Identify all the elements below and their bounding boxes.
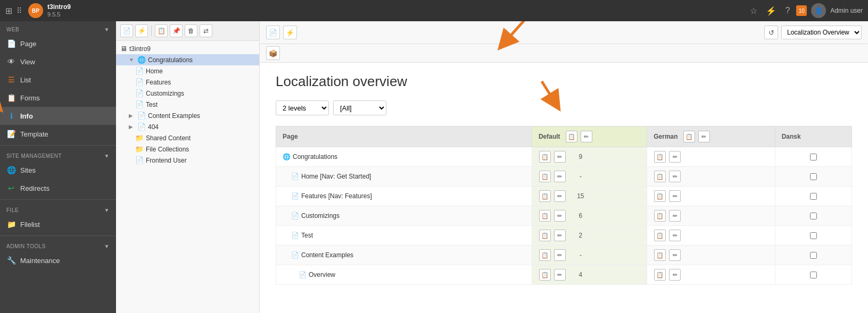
- copy-btn-1[interactable]: 📋: [539, 171, 551, 182]
- dansk-checkbox-6[interactable]: [810, 272, 817, 278]
- 404-expand[interactable]: ▶: [129, 124, 135, 130]
- german-edit-btn-6[interactable]: ✏: [669, 269, 681, 281]
- paste-btn[interactable]: 📌: [170, 24, 183, 37]
- sidebar-item-sites[interactable]: 🌐 Sites: [0, 161, 116, 179]
- tree-node-customizings[interactable]: 📄 Customizings: [116, 88, 259, 99]
- tree-node-congratulations[interactable]: ▼ 🌐 Congratulations: [116, 54, 259, 65]
- edit-btn-1[interactable]: ✏: [554, 171, 566, 182]
- tree-node-home[interactable]: 📄 Home: [116, 65, 259, 77]
- german-edit-all-btn[interactable]: ✏: [698, 131, 710, 142]
- tree-node-content-examples[interactable]: ▶ 📄 Content Examples: [116, 110, 259, 121]
- default-count-4: 2: [573, 232, 589, 239]
- german-edit-btn-0[interactable]: ✏: [669, 151, 681, 163]
- german-copy-btn-2[interactable]: 📋: [654, 190, 666, 202]
- tree-node-features[interactable]: 📄 Features: [116, 77, 259, 88]
- tree-node-test[interactable]: 📄 Test: [116, 99, 259, 110]
- edit-btn-2[interactable]: ✏: [554, 190, 566, 202]
- sidebar-item-page[interactable]: 📄 Page: [0, 35, 116, 53]
- german-edit-btn-4[interactable]: ✏: [669, 230, 681, 241]
- page-title: Localization overview: [276, 73, 852, 90]
- copy-btn-2[interactable]: 📋: [539, 190, 551, 202]
- filter-btn[interactable]: ⚡: [135, 24, 148, 37]
- copy-btn-4[interactable]: 📋: [539, 230, 551, 241]
- german-copy-btn-4[interactable]: 📋: [654, 230, 666, 241]
- flash-icon[interactable]: ⚡: [766, 6, 776, 16]
- notifications-badge[interactable]: 10: [796, 5, 807, 16]
- table-cell-default: 📋 ✏ 2: [532, 226, 647, 246]
- site-logo: BP: [28, 3, 43, 18]
- filter-main-btn[interactable]: ⚡: [283, 26, 297, 39]
- sidebar-item-filelist[interactable]: 📁 Filelist: [0, 215, 116, 233]
- copy-btn-5[interactable]: 📋: [539, 249, 551, 261]
- refresh-btn[interactable]: ↺: [764, 26, 778, 39]
- copy-btn-3[interactable]: 📋: [539, 210, 551, 222]
- german-copy-all-btn[interactable]: 📋: [683, 131, 695, 142]
- tree-node-features-label: Features: [146, 79, 171, 86]
- edit-btn-4[interactable]: ✏: [554, 230, 566, 241]
- tree-node-root[interactable]: 🖥 t3intro9: [116, 43, 259, 54]
- export-btn[interactable]: 📦: [266, 46, 280, 60]
- german-copy-btn-5[interactable]: 📋: [654, 249, 666, 261]
- sidebar-item-view[interactable]: 👁 View: [0, 53, 116, 71]
- move-btn[interactable]: ⇄: [200, 24, 212, 37]
- sidebar-item-info[interactable]: ℹ Info: [0, 107, 116, 125]
- dansk-checkbox-3[interactable]: [810, 213, 817, 219]
- copy-btn[interactable]: 📋: [155, 24, 168, 37]
- german-edit-btn-2[interactable]: ✏: [669, 190, 681, 202]
- tree-node-404[interactable]: ▶ 📄 404: [116, 121, 259, 132]
- tree-node-test-label: Test: [146, 101, 158, 108]
- dansk-checkbox-5[interactable]: [810, 252, 817, 259]
- sidebar-item-list-label: List: [20, 76, 31, 84]
- help-icon[interactable]: ?: [785, 6, 790, 15]
- sidebar-item-list[interactable]: ☰ List: [0, 71, 116, 89]
- dansk-checkbox-4[interactable]: [810, 232, 817, 239]
- german-copy-btn-0[interactable]: 📋: [654, 151, 666, 163]
- edit-btn-5[interactable]: ✏: [554, 249, 566, 261]
- list-icon: ☰: [6, 75, 16, 84]
- admin-user-label[interactable]: Admin user: [830, 7, 863, 14]
- default-copy-all-btn[interactable]: 📋: [566, 131, 577, 142]
- apps-icon[interactable]: ⠿: [16, 6, 22, 15]
- delete-btn[interactable]: 🗑: [185, 24, 197, 37]
- default-edit-all-btn[interactable]: ✏: [581, 131, 592, 142]
- tree-node-file-collections[interactable]: 📁 File Collections: [116, 143, 259, 155]
- copy-btn-0[interactable]: 📋: [539, 151, 551, 163]
- sidebar-item-forms[interactable]: 📋 Forms: [0, 89, 116, 107]
- german-copy-btn-6[interactable]: 📋: [654, 269, 666, 281]
- dansk-checkbox-1[interactable]: [810, 173, 817, 180]
- tree-node-404-label: 404: [148, 123, 159, 131]
- edit-btn-0[interactable]: ✏: [554, 151, 566, 163]
- german-edit-btn-5[interactable]: ✏: [669, 249, 681, 261]
- table-row: 📄Overview 📋 ✏ 4 📋 ✏: [276, 265, 852, 285]
- content-examples-expand[interactable]: ▶: [129, 113, 135, 119]
- new-doc-btn[interactable]: 📄: [266, 26, 280, 39]
- edit-btn-6[interactable]: ✏: [554, 269, 566, 281]
- dansk-checkbox-0[interactable]: [810, 154, 817, 160]
- tree-node-shared-content[interactable]: 📁 Shared Content: [116, 132, 259, 143]
- edit-btn-3[interactable]: ✏: [554, 210, 566, 222]
- german-edit-btn-3[interactable]: ✏: [669, 210, 681, 222]
- tree-content[interactable]: 🖥 t3intro9 ▼ 🌐 Congratulations 📄 Home: [116, 41, 259, 313]
- new-page-btn[interactable]: 📄: [120, 24, 133, 37]
- dansk-checkbox-2[interactable]: [810, 193, 817, 200]
- sidebar-item-redirects[interactable]: ↩ Redirects: [0, 179, 116, 197]
- sidebar-section-web: WEB ▼: [0, 21, 116, 35]
- german-copy-btn-3[interactable]: 📋: [654, 210, 666, 222]
- language-filter-select[interactable]: [All]: [333, 100, 386, 115]
- sidebar-item-template[interactable]: 📝 Template: [0, 125, 116, 143]
- module-selector[interactable]: Localization Overview: [781, 26, 862, 39]
- topbar: ⊞ ⠿ BP t3intro9 9.5.5 ☆ ⚡ ? 10 👤 Admin u…: [0, 0, 868, 21]
- german-copy-btn-1[interactable]: 📋: [654, 171, 666, 182]
- sidebar-section-file: FILE ▼: [0, 202, 116, 215]
- tree-node-file-collections-label: File Collections: [146, 146, 189, 153]
- copy-btn-6[interactable]: 📋: [539, 269, 551, 281]
- grid-icon[interactable]: ⊞: [5, 6, 12, 16]
- tree-node-frontend-user[interactable]: 📄 Frontend User: [116, 155, 259, 166]
- bookmark-icon[interactable]: ☆: [750, 6, 757, 16]
- german-edit-btn-1[interactable]: ✏: [669, 171, 681, 182]
- col-header-default: Default 📋 ✏: [532, 126, 647, 147]
- expand-icon[interactable]: ▼: [129, 57, 135, 63]
- sidebar-item-maintenance[interactable]: 🔧 Maintenance: [0, 251, 116, 269]
- levels-select[interactable]: 2 levels: [276, 100, 329, 115]
- default-count-1: -: [573, 173, 589, 180]
